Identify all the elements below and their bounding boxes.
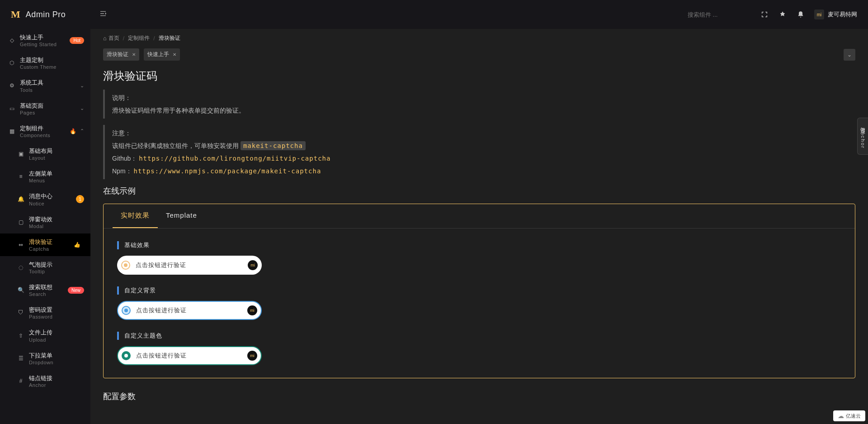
anchor-side-tab[interactable]: 锚点 Anchor [857,118,868,155]
close-icon[interactable]: ✕ [132,52,136,57]
cloud-icon: ☁ [838,412,844,419]
sidebar: ◇ 快速上手 Getting Started Hot ⬡ 主题定制 Custom… [0,29,90,424]
palette-icon: ⬡ [8,60,15,66]
tab-template[interactable]: Template [158,204,205,228]
close-icon[interactable]: ✕ [173,52,176,57]
sidebar-item-anchor[interactable]: # 锚点链接 Anchor [0,370,90,392]
sidebar-item-theme[interactable]: ⬡ 主题定制 Custom Theme [0,52,90,74]
note-block: 注意： 该组件已经剥离成独立组件，可单独安装使用 makeit-captcha … [103,125,855,179]
user-menu[interactable]: mi 麦可易特网 [814,10,857,19]
dropdown-icon: ☰ [17,355,24,362]
sidebar-item-getting-started[interactable]: ◇ 快速上手 Getting Started Hot [0,29,90,52]
mi-logo-icon: mi [247,305,257,315]
rocket-icon: ◇ [8,37,15,43]
breadcrumb-home[interactable]: 首页 [108,34,119,42]
watermark: ☁ 亿速云 [833,410,865,421]
description-block: 说明： 滑块验证码组件常用于各种表单提交前的验证。 [103,90,855,119]
home-icon: ⌂ [103,35,107,42]
shield-icon: ⛉ [17,310,24,316]
chevron-down-icon: ⌄ [80,83,84,89]
anchor-icon: # [17,378,24,384]
sidebar-item-upload[interactable]: ⇧ 文件上传 Upload [0,324,90,347]
components-icon: ▦ [8,128,15,134]
logo-icon: M [11,9,20,20]
sidebar-item-notice[interactable]: 🔔 消息中心 Notice 1 [0,188,90,210]
window-icon: ▢ [17,219,24,225]
section-config: 配置参数 [103,391,855,402]
bell-icon: 🔔 [17,196,24,202]
tab-captcha[interactable]: 滑块验证 ✕ [103,48,139,61]
npm-link[interactable]: https://www.npmjs.com/package/makeit-cap… [133,167,321,175]
sidebar-item-password[interactable]: ⛉ 密码设置 Password [0,301,90,324]
mi-logo-icon: mi [247,351,257,361]
sidebar-item-tools[interactable]: ⚙ 系统工具 Tools ⌄ [0,74,90,97]
breadcrumb: ⌂ 首页 / 定制组件 / 滑块验证 [90,29,868,48]
radar-icon [121,261,130,270]
page-title: 滑块验证码 [103,69,855,83]
sidebar-item-captcha[interactable]: ⇔ 滑块验证 Captcha 👍 [0,233,90,256]
layout-icon: ▣ [17,151,24,157]
notification-icon[interactable] [796,10,805,19]
brand-name: Admin Pro [26,10,66,19]
sidebar-item-tooltip[interactable]: ◌ 气泡提示 Tooltip [0,256,90,279]
sidebar-item-dropdown[interactable]: ☰ 下拉菜单 Dropdown [0,347,90,370]
thumb-up-icon: 👍 [74,242,80,248]
header: M Admin Pro mi 麦可易特网 [0,0,868,29]
upload-icon: ⇧ [17,333,24,339]
sub-theme: 自定义主题色 [117,332,841,340]
hot-badge: Hot [70,37,84,44]
list-icon: ≡ [17,173,24,180]
tooltip-icon: ◌ [17,264,24,271]
theme-icon[interactable] [778,10,787,19]
tool-icon: ⚙ [8,82,15,89]
sidebar-item-components[interactable]: ▦ 定制组件 Components 🔥 ⌃ [0,120,90,143]
page-icon: ▭ [8,105,15,112]
tab-live[interactable]: 实时效果 [113,204,158,228]
sidebar-collapse-button[interactable] [99,10,107,19]
sidebar-item-menus[interactable]: ≡ 左侧菜单 Menus [0,165,90,188]
github-link[interactable]: https://github.com/lirongtong/miitvip-ca… [139,155,330,162]
fullscreen-icon[interactable] [760,10,769,19]
new-badge: New [68,287,84,294]
code-chip: makeit-captcha [241,141,306,150]
chevron-up-icon: ⌃ [80,128,84,134]
sidebar-item-layout[interactable]: ▣ 基础布局 Layout [0,143,90,165]
mi-logo-icon: mi [248,260,258,270]
chevron-down-icon: ⌄ [80,105,84,111]
sidebar-item-search[interactable]: 🔍 搜索联想 Search New [0,279,90,301]
tab-expand-button[interactable]: ⌄ [844,49,855,61]
logo-area[interactable]: M Admin Pro [0,9,90,20]
avatar: mi [814,10,824,19]
radar-icon [122,351,131,360]
demo-card: 实时效果 Template 基础效果 点击按钮进行验证 mi 自定义背景 点击按… [103,204,855,378]
sub-bg: 自定义背景 [117,286,841,295]
captcha-button-custom-theme[interactable]: 点击按钮进行验证 mi [117,346,262,365]
search-icon: 🔍 [17,287,24,293]
captcha-button-basic[interactable]: 点击按钮进行验证 mi [117,256,262,275]
main-content: ⌂ 首页 / 定制组件 / 滑块验证 滑块验证 ✕ 快速上手 ✕ ⌄ 滑块验证码… [90,29,868,424]
breadcrumb-components[interactable]: 定制组件 [128,34,150,42]
section-online-demo: 在线示例 [103,186,855,196]
sub-basic: 基础效果 [117,241,841,249]
demo-body: 基础效果 点击按钮进行验证 mi 自定义背景 点击按钮进行验证 mi 自定义主题… [104,229,855,378]
sidebar-item-pages[interactable]: ▭ 基础页面 Pages ⌄ [0,97,90,120]
tabline: 滑块验证 ✕ 快速上手 ✕ ⌄ [90,48,868,61]
demo-tabs: 实时效果 Template [104,204,855,229]
count-badge: 1 [76,195,84,203]
fire-icon: 🔥 [70,128,76,134]
captcha-button-custom-bg[interactable]: 点击按钮进行验证 mi [117,301,262,320]
sidebar-item-modal[interactable]: ▢ 弹窗动效 Modal [0,211,90,233]
slider-icon: ⇔ [17,242,24,248]
breadcrumb-current: 滑块验证 [159,34,180,42]
user-name: 麦可易特网 [828,10,857,19]
radar-icon [122,306,131,315]
search-input[interactable] [688,11,751,18]
tab-start[interactable]: 快速上手 ✕ [144,48,180,61]
